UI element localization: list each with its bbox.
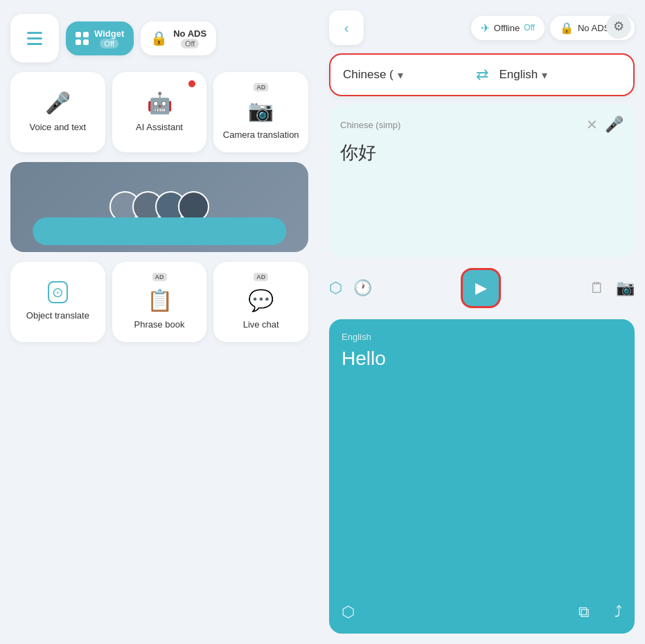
offline-pill[interactable]: ✈ Offline Off bbox=[471, 16, 545, 40]
camera-translation-card[interactable]: AD 📷 Camera translation bbox=[213, 72, 308, 152]
right-topbar: ‹ ✈ Offline Off 🔒 No ADS Off bbox=[329, 10, 635, 45]
live-chat-label: Live chat bbox=[243, 319, 279, 331]
result-bottom-actions: ⬡ ⧉ ⤴ bbox=[342, 596, 622, 621]
right-panel: ‹ ✈ Offline Off 🔒 No ADS Off Chinese ( ▾… bbox=[319, 0, 645, 644]
chip-icon[interactable]: ⬡ bbox=[329, 279, 342, 297]
no-ads-off-badge: Off bbox=[181, 39, 199, 48]
camera-toolbar-icon[interactable]: 📷 bbox=[616, 279, 635, 297]
offline-off-badge: Off bbox=[524, 23, 535, 33]
input-header: Chinese (simp) ✕ 🎤 bbox=[340, 116, 624, 134]
offline-label: Offline bbox=[494, 23, 520, 33]
phrase-book-icon: 📋 bbox=[147, 288, 173, 312]
back-arrow-icon: ‹ bbox=[344, 20, 349, 36]
right-no-ads-icon: 🔒 bbox=[560, 21, 574, 35]
red-dot-badge bbox=[188, 80, 195, 87]
swap-icon: ⇄ bbox=[476, 66, 488, 83]
live-chat-icon: 💬 bbox=[248, 288, 274, 312]
widget-label: Widget bbox=[94, 28, 124, 39]
camera-ad-badge: AD bbox=[254, 83, 268, 91]
object-translate-label: Object translate bbox=[26, 310, 89, 322]
phrase-book-ad-badge: AD bbox=[152, 273, 167, 281]
result-right-action-buttons: ⧉ ⤴ bbox=[578, 603, 622, 621]
top-row: Widget Off 🔒 No ADS Off bbox=[10, 14, 308, 62]
input-text-display[interactable]: 你好 bbox=[340, 141, 624, 246]
bottom-cards-row: ⊙ Object translate AD 📋 Phrase book AD 💬… bbox=[10, 262, 308, 342]
target-chevron-icon: ▾ bbox=[542, 69, 547, 82]
settings-button[interactable]: ⚙ bbox=[606, 14, 631, 39]
no-ads-icon: 🔒 bbox=[150, 30, 168, 46]
voice-text-card[interactable]: 🎤 Voice and text bbox=[10, 72, 105, 152]
menu-button[interactable] bbox=[10, 14, 59, 62]
banner-cta-button[interactable] bbox=[33, 217, 286, 245]
send-button[interactable]: ▶ bbox=[461, 268, 501, 308]
keyboard-icon[interactable]: 🗒 bbox=[590, 279, 605, 297]
send-arrow-icon: ▶ bbox=[475, 279, 487, 297]
camera-icon: 📷 bbox=[248, 98, 274, 123]
result-language-label: English bbox=[342, 332, 622, 342]
right-no-ads-label: No ADS bbox=[578, 23, 610, 33]
source-language-name: Chinese ( bbox=[343, 68, 394, 82]
object-translate-icon: ⊙ bbox=[48, 281, 68, 303]
ai-icon: 🤖 bbox=[147, 91, 173, 115]
result-copy-button[interactable]: ⧉ bbox=[578, 603, 590, 621]
offline-icon: ✈ bbox=[481, 21, 490, 35]
no-ads-button[interactable]: 🔒 No ADS Off bbox=[141, 21, 216, 55]
phrase-book-card[interactable]: AD 📋 Phrase book bbox=[112, 262, 207, 342]
banner bbox=[10, 162, 308, 252]
input-area: Chinese (simp) ✕ 🎤 你好 bbox=[329, 105, 635, 257]
result-chip-button[interactable]: ⬡ bbox=[342, 603, 355, 621]
phrase-book-label: Phrase book bbox=[134, 319, 185, 331]
widget-off-badge: Off bbox=[100, 39, 118, 48]
target-language-name: English bbox=[500, 68, 538, 82]
hamburger-icon bbox=[27, 32, 42, 45]
target-language-dropdown[interactable]: English ▾ bbox=[500, 68, 621, 82]
back-button[interactable]: ‹ bbox=[329, 10, 364, 45]
no-ads-label: No ADS bbox=[173, 28, 206, 39]
source-language-dropdown[interactable]: Chinese ( ▾ bbox=[343, 68, 465, 82]
translation-result: English Hello ⬡ ⧉ ⤴ bbox=[329, 319, 635, 634]
widget-text: Widget Off bbox=[94, 28, 124, 48]
history-icon[interactable]: 🕐 bbox=[353, 279, 372, 297]
input-language-label: Chinese (simp) bbox=[340, 120, 400, 130]
bottom-toolbar: ⬡ 🕐 ▶ 🗒 📷 bbox=[329, 265, 635, 311]
voice-text-label: Voice and text bbox=[30, 122, 87, 134]
source-chevron-icon: ▾ bbox=[398, 69, 403, 82]
microphone-icon: 🎤 bbox=[45, 91, 71, 115]
language-selector: Chinese ( ▾ ⇄ English ▾ bbox=[329, 53, 635, 96]
live-chat-card[interactable]: AD 💬 Live chat bbox=[213, 262, 308, 342]
swap-languages-button[interactable]: ⇄ bbox=[472, 66, 493, 84]
mic-button[interactable]: 🎤 bbox=[605, 116, 624, 134]
feature-cards-row: 🎤 Voice and text 🤖 AI Assistant AD 📷 Cam… bbox=[10, 72, 308, 152]
result-text-display: Hello bbox=[342, 348, 622, 370]
input-control-actions: ✕ 🎤 bbox=[586, 116, 624, 134]
widget-icon bbox=[76, 32, 89, 45]
result-share-button[interactable]: ⤴ bbox=[615, 603, 622, 621]
widget-button[interactable]: Widget Off bbox=[66, 21, 134, 55]
live-chat-ad-badge: AD bbox=[254, 273, 268, 281]
clear-button[interactable]: ✕ bbox=[586, 116, 598, 133]
no-ads-text: No ADS Off bbox=[173, 28, 206, 48]
object-translate-card[interactable]: ⊙ Object translate bbox=[10, 262, 105, 342]
camera-translation-label: Camera translation bbox=[223, 129, 299, 141]
ai-assistant-card[interactable]: 🤖 AI Assistant bbox=[112, 72, 207, 152]
ai-assistant-label: AI Assistant bbox=[136, 122, 183, 134]
left-panel: Widget Off 🔒 No ADS Off 🎤 Voice and text… bbox=[0, 0, 319, 644]
gear-icon: ⚙ bbox=[613, 19, 624, 34]
